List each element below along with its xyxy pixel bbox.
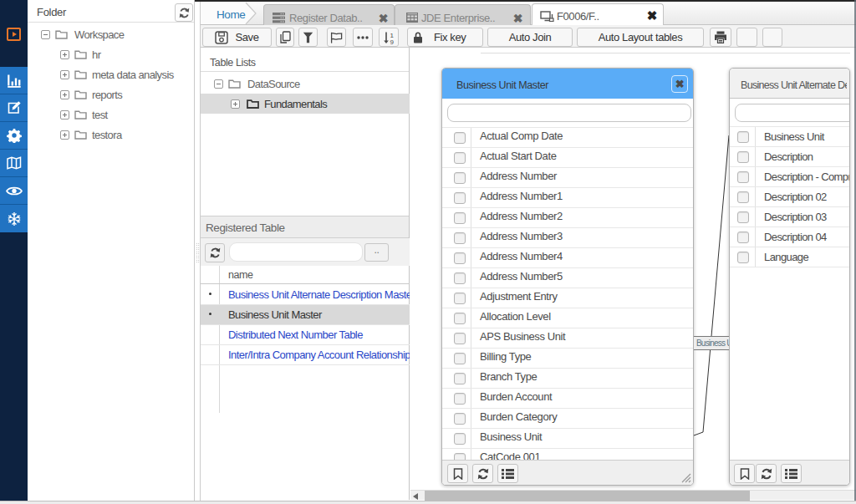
- svg-text:9: 9: [390, 38, 395, 44]
